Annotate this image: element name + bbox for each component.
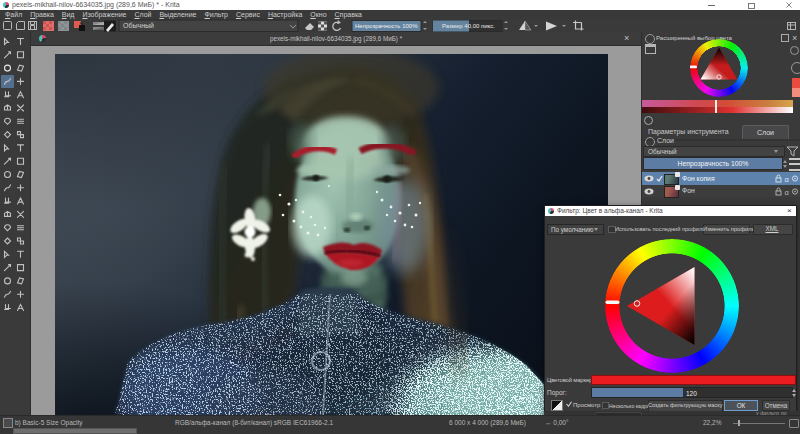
svg-text:α: α [785, 187, 790, 196]
svg-text:Обычный: Обычный [123, 22, 154, 29]
svg-text:Непрозрачность 100%: Непрозрачность 100% [355, 23, 418, 29]
svg-text:α: α [785, 175, 790, 184]
svg-text:Размер 40,00 пикс.: Размер 40,00 пикс. [442, 23, 495, 29]
